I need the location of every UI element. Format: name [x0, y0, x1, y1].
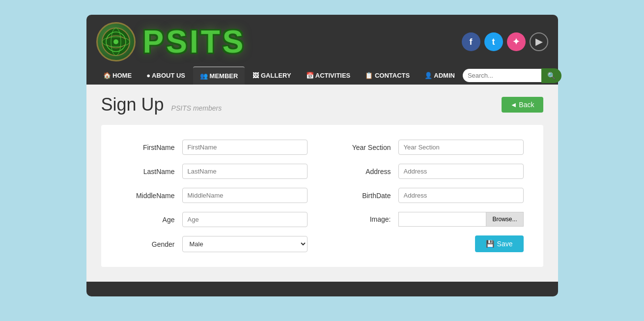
logo-icon — [96, 22, 136, 61]
age-label: Age — [121, 216, 175, 224]
save-row: 💾 Save — [337, 235, 524, 252]
left-column: FirstName LastName MiddleName Age — [121, 140, 308, 252]
search-button[interactable]: 🔍 — [541, 68, 561, 83]
middlename-input[interactable] — [182, 188, 308, 203]
nav-admin[interactable]: 👤 ADMIN — [418, 67, 462, 84]
lastname-row: LastName — [121, 164, 308, 179]
gender-label: Gender — [121, 240, 175, 248]
firstname-row: FirstName — [121, 140, 308, 155]
middlename-label: MiddleName — [121, 192, 175, 200]
birthdate-label: BirthDate — [337, 192, 391, 200]
social-icons: f t ✦ ▶ — [462, 32, 548, 51]
nav-contacts[interactable]: 📋 CONTACTS — [358, 67, 417, 84]
gender-row: Gender Male Female — [121, 236, 308, 252]
page-header: Sign Up PSITS members ◄ Back — [101, 94, 543, 115]
yearsection-row: Year Section — [337, 140, 524, 155]
browse-button[interactable]: Browse... — [486, 212, 523, 227]
lastname-label: LastName — [121, 168, 175, 175]
age-row: Age — [121, 212, 308, 227]
content-area: Sign Up PSITS members ◄ Back FirstName L… — [86, 85, 558, 282]
nav-home[interactable]: 🏠 HOME — [96, 67, 139, 84]
lastname-input[interactable] — [182, 164, 308, 179]
yearsection-input[interactable] — [398, 140, 524, 155]
search-input[interactable] — [463, 69, 541, 82]
search-area: 🔍 — [463, 68, 561, 83]
firstname-label: FirstName — [121, 144, 175, 151]
youtube-icon[interactable]: ▶ — [530, 32, 548, 51]
twitter-icon[interactable]: t — [484, 32, 503, 51]
file-input-wrapper: Browse... — [398, 212, 524, 227]
svg-point-4 — [113, 39, 118, 44]
page-subtitle: PSITS members — [171, 104, 222, 112]
age-input[interactable] — [182, 212, 308, 227]
firstname-input[interactable] — [182, 140, 308, 155]
page-title: Sign Up — [101, 94, 164, 115]
nav-member[interactable]: 👥 MEMBER — [193, 66, 245, 85]
save-label: Save — [497, 240, 513, 248]
logo-area: PSITS — [96, 22, 246, 61]
nav-activities[interactable]: 📅 ACTIVITIES — [299, 67, 358, 84]
image-row: Image: Browse... — [337, 212, 524, 227]
middlename-row: MiddleName — [121, 188, 308, 203]
navbar: 🏠 HOME ● ABOUT US 👥 MEMBER 🖼 GALLERY 📅 A… — [96, 66, 548, 85]
outer-wrapper: PSITS f t ✦ ▶ 🏠 HOME ● ABOUT US 👥 MEMBER… — [86, 0, 558, 296]
header: PSITS f t ✦ ▶ 🏠 HOME ● ABOUT US 👥 MEMBER… — [86, 15, 558, 85]
dribbble-icon[interactable]: ✦ — [507, 32, 526, 51]
form-grid: FirstName LastName MiddleName Age — [121, 140, 524, 252]
gender-select[interactable]: Male Female — [182, 236, 308, 252]
back-button[interactable]: ◄ Back — [502, 97, 543, 113]
page-title-group: Sign Up PSITS members — [101, 94, 222, 115]
address-row: Address — [337, 164, 524, 179]
yearsection-label: Year Section — [337, 144, 391, 151]
file-display — [398, 212, 486, 227]
address-input[interactable] — [398, 164, 524, 179]
birthdate-input[interactable] — [398, 188, 524, 203]
footer-bar — [86, 282, 558, 296]
site-title: PSITS — [143, 26, 246, 58]
nav-gallery[interactable]: 🖼 GALLERY — [246, 67, 298, 84]
save-button[interactable]: 💾 Save — [475, 235, 524, 252]
facebook-icon[interactable]: f — [462, 32, 480, 51]
right-column: Year Section Address BirthDate Image: — [337, 140, 524, 252]
save-icon: 💾 — [486, 240, 494, 248]
form-container: FirstName LastName MiddleName Age — [101, 125, 543, 267]
image-label: Image: — [337, 215, 391, 223]
birthdate-row: BirthDate — [337, 188, 524, 203]
header-top: PSITS f t ✦ ▶ — [96, 22, 548, 61]
nav-about[interactable]: ● ABOUT US — [140, 67, 192, 84]
address-label: Address — [337, 168, 391, 175]
